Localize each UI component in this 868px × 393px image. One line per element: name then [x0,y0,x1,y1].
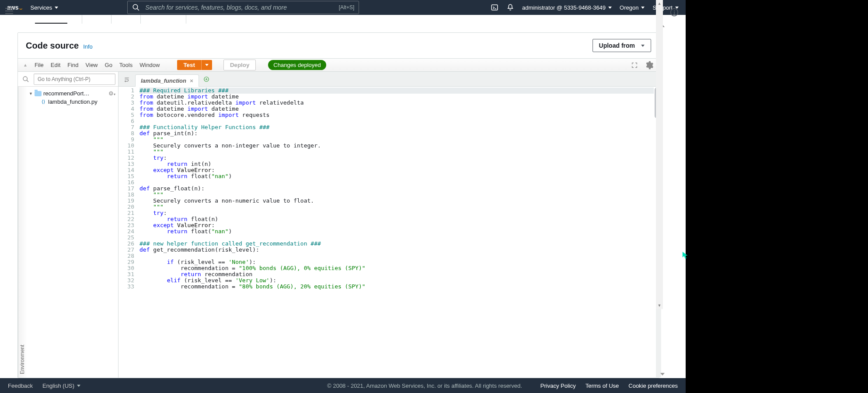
account-menu[interactable]: administrator @ 5335-9468-3649 [522,4,612,11]
test-label: Test [183,62,195,68]
region-label: Oregon [620,4,638,11]
search-icon[interactable] [21,76,31,83]
mouse-cursor-icon [682,251,688,259]
caret-down-icon [641,7,645,9]
code-content[interactable]: ### Required Libraries ###from datetime … [138,87,654,378]
terms-link[interactable]: Terms of Use [586,382,619,389]
line-gutter: 1234567891011121314151617181920212223242… [119,87,138,378]
fullscreen-icon[interactable] [631,62,638,69]
ide-menubar: ▲ File Edit Find View Go Tools Window Te… [18,59,659,72]
cloud9-ide: ▲ File Edit Find View Go Tools Window Te… [18,58,659,378]
folder-name: recommendPortfolio [43,90,91,97]
side-nav-toggle[interactable] [5,8,13,14]
language-label: English (US) [42,382,74,389]
aws-smile-icon: ⌣ [19,6,22,11]
file-name: lambda_function.py [48,98,98,105]
menu-find[interactable]: Find [67,62,78,68]
preferences-icon[interactable] [644,60,654,70]
environment-tab[interactable]: Environment [18,87,26,378]
search-shortcut-hint: [Alt+S] [339,4,355,11]
panel-title: Code source [26,41,79,51]
svg-line-1 [137,8,139,11]
search-icon [132,4,140,11]
region-menu[interactable]: Oregon [620,4,645,11]
services-label: Services [30,4,52,11]
deploy-status-badge: Changes deployed [268,60,326,70]
menu-edit[interactable]: Edit [51,62,60,68]
new-tab-button[interactable] [203,76,209,82]
svg-rect-5 [674,11,675,14]
function-tabs [35,15,659,24]
collapse-menu-icon[interactable]: ▲ [23,63,28,67]
info-link[interactable]: Info [83,43,93,50]
svg-line-7 [27,80,28,82]
tree-settings-icon[interactable]: ⚙▾ [108,90,115,97]
code-editor[interactable]: 1234567891011121314151617181920212223242… [119,87,659,378]
scroll-tabs-icon[interactable] [121,74,132,84]
code-source-panel: Code source Info Upload from ▲ File Edit… [17,32,659,378]
caret-down-icon [608,7,612,9]
caret-down-icon [77,385,80,387]
menu-view[interactable]: View [86,62,98,68]
menu-go[interactable]: Go [105,62,112,68]
svg-point-6 [23,77,27,81]
copyright-text: © 2008 - 2021, Amazon Web Services, Inc.… [327,382,522,389]
tab-code[interactable] [35,15,67,24]
upload-label: Upload from [599,42,635,49]
notifications-icon[interactable] [506,4,514,11]
caret-down-icon [55,7,58,9]
goto-anything-input[interactable] [34,74,115,85]
svg-point-4 [674,10,675,11]
cloudshell-icon[interactable] [491,4,498,11]
ide-sidebar: Environment ▼ recommendPortfolio ⚙▾ ⟨⟩ [18,72,119,378]
feedback-link[interactable]: Feedback [8,382,33,389]
console-footer: Feedback English (US) © 2008 - 2021, Ama… [0,378,686,393]
language-selector[interactable]: English (US) [42,382,80,389]
privacy-link[interactable]: Privacy Policy [540,382,576,389]
tree-folder-root[interactable]: ▼ recommendPortfolio ⚙▾ [28,89,116,98]
services-menu[interactable]: Services [30,4,58,11]
close-tab-icon[interactable]: × [190,77,193,84]
test-button[interactable]: Test [177,60,201,70]
svg-rect-2 [492,5,498,10]
scroll-down-icon[interactable] [660,373,665,375]
editor-tab-bar: lambda_function × [119,72,659,87]
caret-down-icon [641,45,645,47]
cookie-link[interactable]: Cookie preferences [628,382,678,389]
editor-area: lambda_function × 1234567891011121314151… [119,72,659,378]
tree-expand-icon[interactable]: ▼ [29,91,33,96]
caret-down-icon [205,64,209,66]
deploy-button: Deploy [223,60,256,70]
help-panel-toggle[interactable] [670,8,679,17]
file-tree: ▼ recommendPortfolio ⚙▾ ⟨⟩ lambda_functi… [26,87,118,378]
editor-tab-label: lambda_function [141,77,186,84]
global-search[interactable]: [Alt+S] [127,1,359,14]
account-label: administrator @ 5335-9468-3649 [522,4,606,11]
menu-window[interactable]: Window [139,62,160,68]
folder-icon [35,91,42,96]
global-search-input[interactable] [144,4,334,11]
menu-tools[interactable]: Tools [119,62,132,68]
tree-file[interactable]: ⟨⟩ lambda_function.py [28,98,116,106]
browser-scrollbar[interactable]: ▲ ▼ [656,0,663,309]
python-file-icon: ⟨⟩ [40,99,46,105]
aws-top-nav: aws ⌣ Services [Alt+S] [0,0,686,15]
menu-file[interactable]: File [35,62,44,68]
test-dropdown[interactable] [201,60,212,70]
upload-from-button[interactable]: Upload from [593,39,651,52]
editor-tab[interactable]: lambda_function × [135,74,199,87]
svg-point-0 [133,4,138,9]
